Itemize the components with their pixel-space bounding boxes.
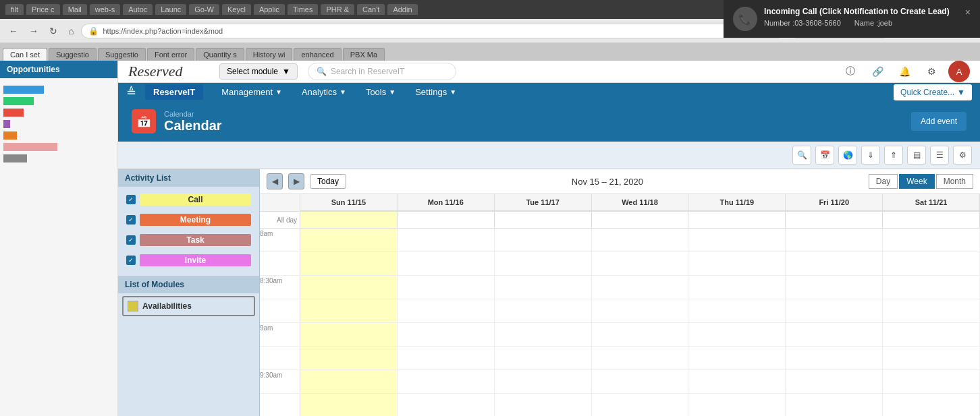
prev-week-button[interactable]: ◀ [267, 173, 283, 189]
today-button[interactable]: Today [310, 174, 346, 189]
task-checkbox[interactable]: ✓ [126, 235, 136, 245]
week-view-button[interactable]: Week [899, 174, 934, 189]
cell-tue-8am[interactable] [495, 229, 592, 251]
cell-tue-9-15[interactable] [495, 347, 592, 369]
cell-sun-8am[interactable] [300, 229, 398, 251]
cell-thu-9-30[interactable] [688, 370, 786, 393]
call-checkbox[interactable]: ✓ [126, 195, 136, 204]
cell-sat-9-30[interactable] [883, 370, 980, 393]
cell-thu-8-30[interactable] [688, 276, 786, 299]
browser-tab-keycl[interactable]: Keycl [222, 4, 251, 15]
all-day-sun[interactable] [300, 212, 398, 228]
tab-font-error[interactable]: Font error [147, 48, 194, 61]
cell-wed-9-15[interactable] [592, 347, 689, 369]
browser-tab-mail[interactable]: Mail [63, 4, 87, 15]
cell-tue-9-30[interactable] [495, 370, 592, 393]
cell-sun-8-15[interactable] [300, 252, 398, 275]
tab-suggestion-2[interactable]: Suggestio [98, 48, 146, 61]
activity-item-meeting[interactable]: ✓ Meeting [122, 211, 255, 229]
grid-icon[interactable]: ≜ [126, 85, 136, 100]
activity-item-task[interactable]: ✓ Task [122, 231, 255, 249]
cell-mon-8am[interactable] [398, 229, 495, 251]
browser-tab-go[interactable]: Go-W [189, 4, 219, 15]
cell-sat-8-30[interactable] [883, 276, 980, 299]
settings-menu[interactable]: Settings ▼ [407, 83, 464, 101]
all-day-tue[interactable] [495, 212, 592, 228]
cell-fri-8am[interactable] [786, 229, 883, 251]
url-bar[interactable]: 🔒 https://index.php?action=index&mod ⋯ ♡… [81, 24, 785, 38]
cell-wed-8am[interactable] [592, 229, 689, 251]
tab-can-i-set[interactable]: Can I set [3, 48, 47, 61]
cell-thu-8am[interactable] [688, 229, 786, 251]
tab-history[interactable]: History wi [246, 48, 293, 61]
tab-quantity[interactable]: Quantity s [196, 48, 244, 61]
cell-fri-9am[interactable] [786, 323, 883, 346]
cell-thu-9-15[interactable] [688, 347, 786, 369]
cell-thu-9am[interactable] [688, 323, 786, 346]
cell-tue-9-45[interactable] [495, 394, 592, 416]
browser-tab-applic[interactable]: Applic [254, 4, 285, 15]
all-day-mon[interactable] [398, 212, 495, 228]
module-selector[interactable]: Select module ▼ [219, 63, 298, 80]
cell-mon-9-45[interactable] [398, 394, 495, 416]
cell-thu-9-45[interactable] [688, 394, 786, 416]
back-button[interactable]: ← [5, 24, 22, 38]
add-event-button[interactable]: Add event [911, 112, 967, 131]
tab-pbx[interactable]: PBX Ma [343, 48, 385, 61]
all-day-fri[interactable] [786, 212, 883, 228]
search-calendar-button[interactable]: 🔍 [792, 146, 811, 165]
link-icon-btn[interactable]: 🔗 [867, 61, 888, 82]
module-search-input[interactable]: 🔍 Search in ReserveIT [308, 63, 456, 80]
cell-sat-8-45[interactable] [883, 299, 980, 322]
cell-sat-9-15[interactable] [883, 347, 980, 369]
incoming-call-notification[interactable]: 📞 Incoming Call (Click Notification to C… [724, 0, 980, 38]
list-button[interactable]: ☰ [930, 146, 949, 165]
cell-wed-9-45[interactable] [592, 394, 689, 416]
cell-wed-8-30[interactable] [592, 276, 689, 299]
next-week-button[interactable]: ▶ [288, 173, 304, 189]
upload-button[interactable]: ⇑ [884, 146, 903, 165]
browser-tab-filt[interactable]: filt [5, 4, 24, 15]
all-day-sat[interactable] [883, 212, 980, 228]
cell-mon-8-15[interactable] [398, 252, 495, 275]
cell-fri-9-15[interactable] [786, 347, 883, 369]
all-day-wed[interactable] [592, 212, 689, 228]
cell-mon-9-30[interactable] [398, 370, 495, 393]
cell-sun-8-45[interactable] [300, 299, 398, 322]
cell-sun-9-30[interactable] [300, 370, 398, 393]
cell-tue-8-30[interactable] [495, 276, 592, 299]
calendar-view-button[interactable]: 📅 [815, 146, 834, 165]
cell-sat-8am[interactable] [883, 229, 980, 251]
browser-tab-price[interactable]: Price c [26, 4, 60, 15]
notif-close-button[interactable]: × [965, 7, 971, 18]
cell-fri-9-30[interactable] [786, 370, 883, 393]
cell-mon-9am[interactable] [398, 323, 495, 346]
cell-thu-8-15[interactable] [688, 252, 786, 275]
tab-enhanced[interactable]: enhanced [294, 48, 341, 61]
availability-module-item[interactable]: Availabilities [122, 296, 255, 316]
user-avatar[interactable]: A [948, 61, 970, 82]
cell-mon-8-45[interactable] [398, 299, 495, 322]
activity-item-invite[interactable]: ✓ Invite [122, 251, 255, 269]
home-button[interactable]: ⌂ [65, 24, 77, 38]
cell-wed-8-15[interactable] [592, 252, 689, 275]
browser-tab-times[interactable]: Times [288, 4, 319, 15]
invite-checkbox[interactable]: ✓ [126, 256, 136, 265]
cell-tue-9am[interactable] [495, 323, 592, 346]
cell-mon-8-30[interactable] [398, 276, 495, 299]
cell-sun-9-15[interactable] [300, 347, 398, 369]
forward-button[interactable]: → [26, 24, 42, 38]
browser-tab-cant[interactable]: Can't [357, 4, 385, 15]
tab-suggestion-1[interactable]: Suggestio [49, 48, 97, 61]
reload-button[interactable]: ↻ [46, 24, 61, 38]
globe-button[interactable]: 🌎 [838, 146, 857, 165]
browser-tab-phr[interactable]: PHR & [321, 4, 354, 15]
cell-wed-8-45[interactable] [592, 299, 689, 322]
activity-item-call[interactable]: ✓ Call [122, 191, 255, 208]
month-view-button[interactable]: Month [936, 174, 973, 189]
cell-wed-9am[interactable] [592, 323, 689, 346]
cell-tue-8-15[interactable] [495, 252, 592, 275]
meeting-checkbox[interactable]: ✓ [126, 215, 136, 225]
info-icon-btn[interactable]: ⓘ [840, 61, 861, 82]
cell-sun-9am[interactable] [300, 323, 398, 346]
